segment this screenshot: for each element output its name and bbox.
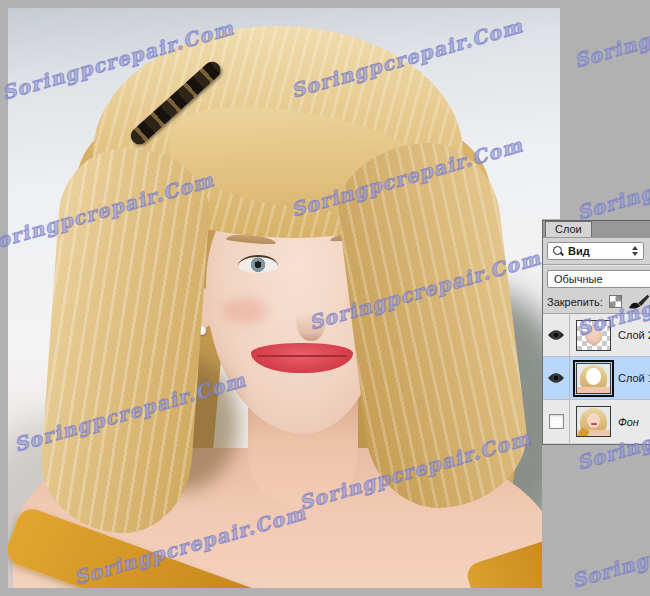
watermark-text: Soringpcrepair.Com bbox=[574, 136, 650, 223]
layer-row-sloy-1[interactable]: Слой 1 bbox=[543, 357, 650, 400]
hair-front-left bbox=[37, 143, 213, 538]
layer-row-background[interactable]: Фон bbox=[543, 400, 650, 443]
eye-icon bbox=[547, 329, 565, 341]
eye-icon bbox=[547, 372, 565, 384]
visibility-toggle[interactable] bbox=[543, 400, 570, 443]
thumbnail-face-cutout bbox=[576, 320, 611, 351]
layer-row-sloy-2[interactable]: Слой 2 bbox=[543, 314, 650, 357]
thumb-mouth bbox=[591, 423, 597, 425]
watermark-text: Soringpcrepair.Com bbox=[571, 0, 650, 72]
lock-transparency-icon[interactable] bbox=[609, 295, 622, 308]
up-down-arrows-icon[interactable] bbox=[632, 246, 638, 256]
hidden-visibility-checkbox bbox=[549, 414, 564, 429]
lock-row: Закрепить: bbox=[543, 292, 650, 313]
blend-mode-row: Обычные bbox=[543, 266, 650, 292]
layer-thumbnail[interactable] bbox=[576, 320, 611, 351]
visibility-toggle[interactable] bbox=[543, 314, 570, 356]
layer-thumbnail[interactable] bbox=[576, 363, 611, 394]
layers-panel: Слои Вид Обычные Закрепить: bbox=[542, 220, 650, 445]
layer-filter-dropdown[interactable]: Вид bbox=[547, 242, 644, 260]
thumbnail-face-hole bbox=[576, 363, 611, 394]
nose bbox=[296, 293, 326, 341]
workspace: Слои Вид Обычные Закрепить: bbox=[0, 0, 650, 596]
lock-pixels-brush-icon[interactable] bbox=[628, 294, 650, 309]
thumb-face bbox=[587, 413, 600, 428]
layer-filter-row: Вид bbox=[543, 238, 650, 264]
lock-label: Закрепить: bbox=[547, 296, 603, 308]
thumb-white-hole bbox=[586, 368, 601, 385]
layer-name: Слой 1 bbox=[618, 372, 650, 384]
blend-mode-dropdown[interactable]: Обычные bbox=[547, 270, 650, 288]
layer-filter-value: Вид bbox=[568, 245, 590, 257]
layer-name: Слой 2 bbox=[618, 329, 650, 341]
panel-tab-bar: Слои bbox=[543, 220, 650, 238]
layer-name: Фон bbox=[618, 416, 639, 428]
visibility-toggle[interactable] bbox=[543, 357, 570, 399]
thumbnail-full-portrait bbox=[576, 406, 611, 437]
red-lips bbox=[251, 343, 353, 373]
blend-mode-value: Обычные bbox=[554, 273, 603, 285]
photo-canvas[interactable] bbox=[8, 8, 560, 588]
layer-list: Слой 2 Слой 1 bbox=[543, 313, 650, 443]
tab-layers[interactable]: Слои bbox=[545, 221, 592, 237]
thumb-face bbox=[585, 326, 602, 345]
layer-thumbnail[interactable] bbox=[576, 406, 611, 437]
thumb-body bbox=[577, 387, 610, 393]
eye-left bbox=[238, 255, 278, 273]
cheek-left bbox=[223, 298, 267, 324]
search-icon bbox=[552, 245, 564, 257]
